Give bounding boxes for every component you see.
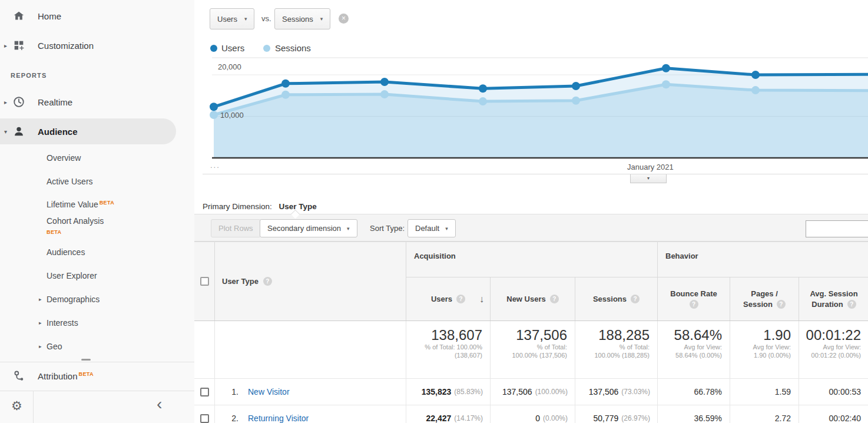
row-link[interactable]: Returning Visitor (248, 414, 309, 423)
plot-rows-button[interactable]: Plot Rows (211, 219, 261, 237)
settings-gear-icon[interactable]: ⚙ (11, 399, 22, 413)
sidebar-item-attribution[interactable]: AttributionBETA (0, 364, 194, 388)
chevron-right-icon: ▸ (39, 343, 42, 349)
behavior-group-header: Behavior (658, 242, 868, 277)
help-icon[interactable]: ? (777, 300, 786, 309)
help-icon[interactable]: ? (456, 295, 465, 303)
help-icon[interactable]: ? (550, 295, 559, 303)
footer-divider (33, 391, 34, 423)
sidebar-subitem-user-explorer[interactable]: User Explorer (0, 264, 183, 287)
realtime-clock-icon (12, 95, 25, 108)
beta-badge: BETA (47, 229, 61, 235)
table-summary-row: 138,607 % of Total: 100.00% (138,607) 13… (194, 321, 868, 378)
sidebar-item-label: Realtime (38, 97, 72, 107)
summary-pages-session: 1.90 Avg for View: 1.90 (0.00%) (730, 321, 799, 378)
summary-users: 138,607 % of Total: 100.00% (138,607) (406, 321, 491, 378)
table-search-input[interactable] (806, 220, 868, 237)
collapse-sidebar-icon[interactable]: ‹ (157, 395, 162, 414)
secondary-dimension-dropdown[interactable]: Secondary dimension ▾ (260, 219, 357, 237)
chevron-down-icon: ▾ (647, 176, 650, 181)
svg-text:10,000: 10,000 (220, 111, 244, 120)
chevron-down-icon: ▾ (347, 226, 350, 232)
table-header: User Type ? Acquisition Behavior Users ?… (194, 242, 868, 321)
sidebar-item-label: Home (38, 11, 61, 21)
sidebar-item-realtime[interactable]: ▸ Realtime (0, 90, 194, 114)
sessions-legend-label: Sessions (275, 43, 311, 53)
sort-type-label: Sort Type: (370, 224, 405, 233)
remove-comparison-icon[interactable]: × (339, 14, 349, 24)
x-axis-month-label: January 2021 (627, 163, 674, 171)
primary-dimension-row: Primary Dimension: User Type (203, 202, 317, 211)
help-icon[interactable]: ? (263, 277, 272, 286)
sidebar-footer: ⚙ ‹ (0, 391, 194, 423)
scroll-indicator (81, 359, 91, 361)
reports-section-label: REPORTS (11, 72, 47, 79)
primary-dimension-value[interactable]: User Type (279, 202, 317, 211)
sidebar-subitem-lifetime-value[interactable]: Lifetime ValueBETA (0, 193, 183, 216)
users-legend-dot (210, 45, 217, 52)
row-checkbox[interactable] (200, 388, 209, 396)
chevron-right-icon: ▸ (4, 42, 7, 49)
sort-descending-icon: ↓ (479, 294, 484, 305)
help-icon[interactable]: ? (690, 300, 698, 309)
sidebar-subitem-active-users[interactable]: Active Users (0, 170, 183, 193)
sidebar-subitem-audiences[interactable]: Audiences (0, 240, 183, 264)
attribution-icon (12, 369, 25, 382)
cell-new-users: 137,506(100.00%) (491, 379, 575, 405)
svg-text:20,000: 20,000 (218, 62, 241, 71)
analytics-app: Home ▸ Customization REPORTS ▸ Realtime … (0, 0, 868, 423)
sidebar-subitem-demographics[interactable]: ▸ Demographics (0, 287, 183, 311)
cell-sessions: 137,506(73.03%) (575, 379, 658, 405)
data-table: User Type ? Acquisition Behavior Users ?… (194, 242, 868, 423)
row-index: 2. (221, 414, 238, 423)
cell-pages-session: 1.59 (730, 379, 799, 405)
chevron-down-icon: ▾ (445, 226, 448, 232)
sidebar: Home ▸ Customization REPORTS ▸ Realtime … (0, 0, 194, 423)
help-icon[interactable]: ? (847, 300, 856, 309)
sidebar-subitem-overview[interactable]: Overview (0, 146, 183, 170)
chevron-right-icon: ▸ (39, 296, 42, 302)
cell-users: 22,427(14.17%) (406, 405, 491, 423)
users-column-header[interactable]: Users ? ↓ (406, 277, 491, 320)
sidebar-item-home[interactable]: Home (0, 4, 194, 28)
primary-dimension-label: Primary Dimension: (203, 202, 272, 211)
beta-badge: BETA (79, 371, 94, 377)
metric-dropdown-users[interactable]: Users ▾ (210, 8, 254, 29)
user-type-header[interactable]: User Type ? (215, 242, 406, 320)
sidebar-subitem-geo[interactable]: ▸ Geo (0, 335, 183, 358)
sidebar-subitem-interests[interactable]: ▸ Interests (0, 311, 183, 335)
sidebar-subitem-cohort-analysis[interactable]: Cohort Analysis BETA (0, 214, 183, 240)
cell-sessions: 50,779(26.97%) (575, 405, 658, 423)
sidebar-item-label: Audience (38, 127, 78, 137)
bounce-rate-column-header[interactable]: Bounce Rate ? (658, 277, 730, 320)
audience-person-icon (12, 125, 25, 138)
sidebar-item-customization[interactable]: ▸ Customization (0, 34, 194, 57)
cell-avg-duration: 00:00:53 (799, 379, 868, 405)
sort-type-dropdown[interactable]: Default ▾ (408, 219, 456, 237)
axis-expand-tab[interactable]: ▾ (630, 174, 667, 183)
pages-session-column-header[interactable]: Pages / Session ? (730, 277, 799, 320)
users-sessions-line-chart[interactable]: 20,00010,000 (194, 56, 868, 180)
cell-bounce-rate: 36.59% (658, 405, 730, 423)
select-all-checkbox[interactable] (200, 277, 209, 286)
summary-sessions: 188,285 % of Total: 100.00% (188,285) (575, 321, 658, 378)
sessions-column-header[interactable]: Sessions ? (575, 277, 658, 320)
x-axis-ellipsis: ... (210, 161, 220, 170)
help-icon[interactable]: ? (631, 295, 640, 303)
chevron-down-icon: ▾ (244, 16, 247, 22)
row-checkbox[interactable] (200, 414, 209, 423)
customization-icon (12, 39, 25, 52)
avg-duration-column-header[interactable]: Avg. Session Duration ? (799, 277, 868, 320)
users-legend-label: Users (221, 43, 244, 53)
summary-avg-duration: 00:01:22 Avg for View: 00:01:22 (0.00%) (799, 321, 868, 378)
new-users-column-header[interactable]: New Users ? (491, 277, 575, 320)
table-row: 1. New Visitor 135,823(85.83%) 137,506(1… (194, 378, 868, 405)
sidebar-item-audience[interactable]: ▾ Audience (0, 120, 194, 143)
row-link[interactable]: New Visitor (248, 387, 290, 396)
cell-new-users: 0(0.00%) (491, 405, 575, 423)
table-row: 2. Returning Visitor 22,427(14.17%) 0(0.… (194, 405, 868, 423)
main-content: Users ▾ vs. Sessions ▾ × Users Sessions … (194, 0, 868, 423)
metric-dropdown-sessions[interactable]: Sessions ▾ (274, 8, 330, 29)
cell-users: 135,823(85.83%) (406, 379, 491, 405)
chevron-down-icon: ▾ (4, 128, 7, 135)
